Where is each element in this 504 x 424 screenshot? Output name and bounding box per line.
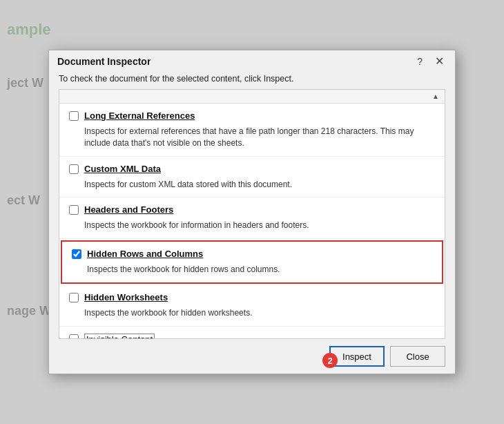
document-inspector-dialog: Document Inspector ? ✕ To check the docu… (48, 50, 456, 374)
item-invisible-content: Invisible Content Inspects the workbook … (59, 327, 445, 338)
dialog-close-button[interactable]: ✕ (432, 56, 447, 67)
item-desc-hidden-rows-cols: Inspects the workbook for hidden rows an… (72, 264, 432, 276)
item-header: Custom XML Data (69, 164, 435, 176)
checkbox-hidden-rows-cols[interactable] (72, 249, 81, 261)
item-desc-headers-footers: Inspects the workbook for information in… (69, 220, 435, 231)
scroll-up-arrow[interactable]: ▲ (428, 91, 443, 102)
item-hidden-worksheets: Hidden Worksheets Inspects the workbook … (59, 285, 445, 327)
item-header: Long External References (69, 110, 435, 123)
inspect-button[interactable]: Inspect (329, 346, 385, 367)
close-button[interactable]: Close (390, 346, 445, 367)
item-title-hidden-worksheets: Hidden Worksheets (84, 292, 168, 302)
item-title-hidden-rows-cols: Hidden Rows and Columns (87, 249, 203, 259)
dialog-overlay: Document Inspector ? ✕ To check the docu… (0, 0, 504, 424)
item-title-invisible-content: Invisible Content (84, 334, 155, 338)
scroll-top-indicator: ▲ (59, 90, 445, 104)
dialog-subtitle: To check the document for the selected c… (49, 71, 455, 89)
dialog-content: ▲ Long External References Inspects for … (59, 89, 445, 339)
checkbox-invisible-content[interactable] (69, 334, 79, 338)
item-desc-long-ext-refs: Inspects for external references that ha… (69, 126, 435, 149)
checkbox-hidden-rows-cols-input[interactable] (72, 249, 81, 259)
scroll-area[interactable]: ▲ Long External References Inspects for … (59, 90, 445, 338)
item-header: Headers and Footers (69, 204, 435, 217)
checkbox-long-ext-refs-input[interactable] (69, 111, 79, 121)
item-desc-hidden-worksheets: Inspects the workbook for hidden workshe… (69, 307, 435, 319)
checkbox-custom-xml[interactable] (69, 164, 79, 176)
item-hidden-rows-cols: Hidden Rows and Columns Inspects the wor… (61, 240, 443, 284)
checkbox-headers-footers[interactable] (69, 205, 79, 217)
item-title-long-ext-refs: Long External References (84, 110, 195, 121)
item-header: Hidden Worksheets (69, 292, 435, 305)
badge-2: 2 (322, 353, 338, 368)
item-long-external-refs: Long External References Inspects for ex… (59, 104, 445, 157)
checkbox-long-ext-refs[interactable] (69, 111, 79, 123)
item-desc-custom-xml: Inspects for custom XML data stored with… (69, 179, 435, 191)
dialog-title: Document Inspector (57, 56, 151, 67)
dialog-titlebar: Document Inspector ? ✕ (49, 50, 455, 71)
item-headers-footers: Headers and Footers Inspects the workboo… (59, 197, 445, 239)
checkbox-headers-footers-input[interactable] (69, 205, 79, 215)
item-title-headers-footers: Headers and Footers (84, 204, 173, 215)
checkbox-hidden-worksheets[interactable] (69, 293, 79, 305)
checkbox-hidden-worksheets-input[interactable] (69, 293, 79, 302)
dialog-footer: 2 Inspect Close (49, 339, 455, 374)
item-title-custom-xml: Custom XML Data (84, 164, 161, 174)
titlebar-actions: ? ✕ (414, 56, 447, 67)
checkbox-custom-xml-input[interactable] (69, 164, 79, 174)
item-custom-xml: Custom XML Data Inspects for custom XML … (59, 157, 445, 198)
item-header: Hidden Rows and Columns (72, 249, 432, 261)
checkbox-invisible-content-input[interactable] (69, 334, 79, 338)
item-header: Invisible Content (69, 334, 435, 338)
help-button[interactable]: ? (414, 56, 425, 67)
